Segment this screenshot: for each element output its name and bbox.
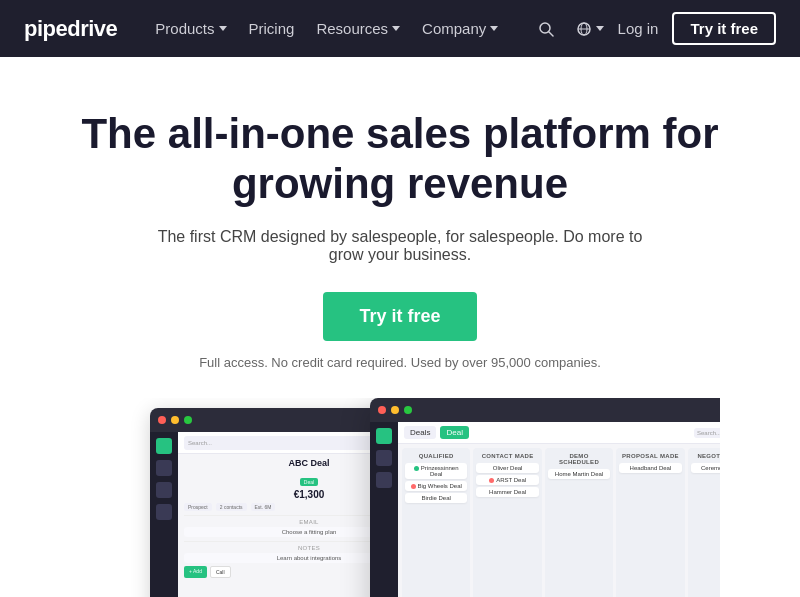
hero-subtext: The first CRM designed by salespeople, f… <box>150 228 650 264</box>
sidebar-activities-icon <box>156 482 172 498</box>
company-label: Company <box>422 20 486 37</box>
nav-links: Products Pricing Resources Company <box>145 14 529 43</box>
kanban-col-qualified: Qualified Prinzessinnen Deal Big Wheels … <box>402 448 470 597</box>
kanban-sidebar-icon-2 <box>376 450 392 466</box>
kanban-card-5: ARST Deal <box>476 475 538 485</box>
deal-action-secondary[interactable]: Call <box>210 566 231 578</box>
kanban-col-proposal: Proposal Made Headband Deal <box>616 448 684 597</box>
login-button[interactable]: Log in <box>618 20 659 37</box>
kanban-col-contact: Contact Made Oliver Deal ARST Deal Hamme… <box>473 448 541 597</box>
kanban-main: Deals Deal Search... Qualified Prinzessi… <box>398 422 720 597</box>
svg-line-1 <box>549 32 553 36</box>
nav-right: Log in Try it free <box>530 12 776 45</box>
sidebar-deals-icon <box>156 438 172 454</box>
kanban-col-demo: Demo Scheduled Home Martin Deal <box>545 448 613 597</box>
tab-deals: Deals <box>404 426 436 439</box>
deal-action-primary[interactable]: + Add <box>184 566 207 578</box>
kanban-col-negotiations: Negotiations Ceremony Deal <box>688 448 720 597</box>
kanban-sidebar <box>370 422 398 597</box>
col-header-negotiations: Negotiations <box>691 451 720 461</box>
resources-chevron-icon <box>392 26 400 31</box>
kanban-card-1: Prinzessinnen Deal <box>405 463 467 479</box>
deal-pill-1: Prospect <box>184 503 212 511</box>
kanban-card-9: Ceremony Deal <box>691 463 720 473</box>
globe-chevron-icon <box>596 26 604 31</box>
window-maximize-dot <box>184 416 192 424</box>
pricing-label: Pricing <box>249 20 295 37</box>
kanban-maximize-dot <box>404 406 412 414</box>
products-label: Products <box>155 20 214 37</box>
kanban-search: Search... <box>694 428 720 438</box>
kanban-topbar: Deals Deal Search... <box>398 422 720 444</box>
kanban-card-8: Headband Deal <box>619 463 681 473</box>
sidebar-contacts-icon <box>156 460 172 476</box>
products-chevron-icon <box>219 26 227 31</box>
kanban-titlebar <box>370 398 720 422</box>
card-dot-green <box>414 466 419 471</box>
hero-section: The all-in-one sales platform for growin… <box>0 57 800 597</box>
tab-deal-active: Deal <box>440 426 468 439</box>
nav-try-free-button[interactable]: Try it free <box>672 12 776 45</box>
window-close-dot <box>158 416 166 424</box>
kanban-card-2: Big Wheels Deal <box>405 481 467 491</box>
crm-sidebar <box>150 432 178 597</box>
crm-window-kanban: Deals Deal Search... Qualified Prinzessi… <box>370 398 720 597</box>
kanban-card-7: Home Martin Deal <box>548 469 610 479</box>
hero-cta-button[interactable]: Try it free <box>323 292 476 341</box>
screenshots-section: Search... ABC Deal Deal €1,300 Prospect … <box>80 398 720 597</box>
col-header-proposal: Proposal Made <box>619 451 681 461</box>
col-header-qualified: Qualified <box>405 451 467 461</box>
nav-products[interactable]: Products <box>145 14 236 43</box>
nav-pricing[interactable]: Pricing <box>239 14 305 43</box>
kanban-card-4: Oliver Deal <box>476 463 538 473</box>
kanban-board: Qualified Prinzessinnen Deal Big Wheels … <box>398 444 720 597</box>
company-chevron-icon <box>490 26 498 31</box>
kanban-sidebar-icon-3 <box>376 472 392 488</box>
card-dot-red-2 <box>489 478 494 483</box>
deal-badge: Deal <box>300 478 318 486</box>
resources-label: Resources <box>316 20 388 37</box>
kanban-card-6: Hammer Deal <box>476 487 538 497</box>
window-minimize-dot <box>171 416 179 424</box>
col-header-contact: Contact Made <box>476 451 538 461</box>
kanban-sidebar-icon-1 <box>376 428 392 444</box>
navigation: pipedrive Products Pricing Resources Com… <box>0 0 800 57</box>
deal-pill-2: 2 contacts <box>216 503 247 511</box>
kanban-card-3: Birdie Deal <box>405 493 467 503</box>
hero-headline: The all-in-one sales platform for growin… <box>80 109 720 208</box>
language-selector[interactable] <box>576 21 604 37</box>
nav-company[interactable]: Company <box>412 14 508 43</box>
logo[interactable]: pipedrive <box>24 16 117 42</box>
sidebar-settings-icon <box>156 504 172 520</box>
kanban-minimize-dot <box>391 406 399 414</box>
deal-pill-3: Est. 6M <box>251 503 276 511</box>
hero-note: Full access. No credit card required. Us… <box>80 355 720 370</box>
nav-resources[interactable]: Resources <box>306 14 410 43</box>
kanban-content: Deals Deal Search... Qualified Prinzessi… <box>370 422 720 597</box>
card-dot-red <box>411 484 416 489</box>
kanban-close-dot <box>378 406 386 414</box>
search-button[interactable] <box>530 13 562 45</box>
col-header-demo: Demo Scheduled <box>548 451 610 467</box>
